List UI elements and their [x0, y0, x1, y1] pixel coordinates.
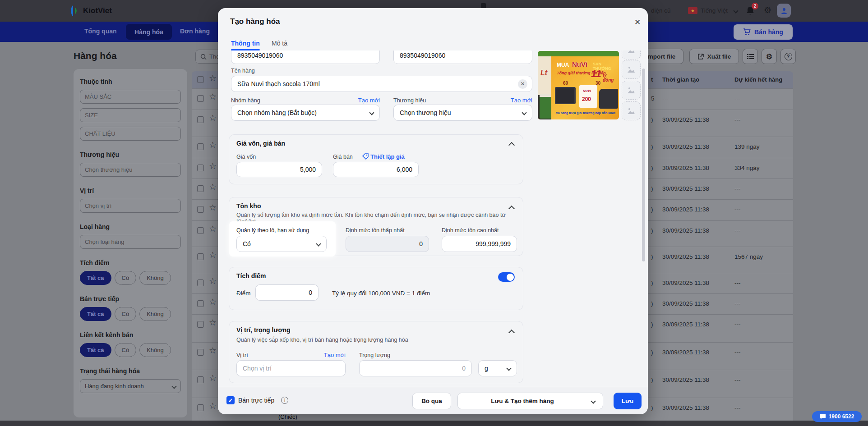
columns-icon-button[interactable]	[743, 49, 758, 64]
price-setup-link[interactable]: Thiết lập giá	[370, 153, 416, 160]
export-file-button[interactable]: Xuất file	[689, 49, 739, 64]
location-field[interactable]: Chọn vị trí	[236, 360, 346, 376]
image-placeholder-button[interactable]	[622, 81, 641, 100]
image-placeholder-button[interactable]	[622, 101, 641, 120]
row-checkbox[interactable]	[197, 95, 204, 102]
star-icon[interactable]: ☆	[209, 276, 217, 286]
support-chat-button[interactable]: 1900 6522	[812, 411, 862, 422]
tab-thong-tin[interactable]: Thông tin	[231, 40, 260, 47]
barcode-field-1[interactable]: 8935049019060	[231, 50, 380, 64]
sale-price-field[interactable]: 6,000	[333, 162, 419, 177]
points-field[interactable]: 0	[255, 284, 319, 301]
row-checkbox[interactable]	[197, 116, 204, 123]
sell-button[interactable]: Bán hàng	[734, 24, 793, 40]
info-icon[interactable]: i	[281, 397, 288, 404]
sidebar-filter-input[interactable]: Chọn vị trí	[80, 199, 181, 213]
direct-sale-checkbox[interactable]: ✓	[226, 396, 235, 404]
tab-mo-ta[interactable]: Mô tả	[272, 40, 287, 47]
min-stock-field[interactable]: 0	[346, 236, 429, 252]
row-checkbox[interactable]	[197, 404, 204, 411]
sidebar-pill[interactable]: Không	[139, 271, 171, 285]
barcode-field-2[interactable]: 8935049019060	[393, 50, 532, 64]
product-photo[interactable]: Lt MUA NuVi SĂN THƯỞNG Tổng giải thưởng …	[538, 51, 619, 119]
sidebar-pill[interactable]: Không	[139, 307, 171, 321]
gear-icon[interactable]: ⚙	[764, 5, 771, 15]
nav-tong-quan[interactable]: Tổng quan	[84, 27, 117, 35]
save-and-create-button[interactable]: Lưu & Tạo thêm hàng	[457, 393, 587, 409]
star-icon[interactable]: ☆	[209, 250, 217, 260]
nav-hang-hoa[interactable]: Hàng hóa	[126, 24, 172, 40]
star-icon[interactable]: ☆	[209, 113, 217, 123]
skip-button[interactable]: Bỏ qua	[412, 393, 451, 409]
row-checkbox[interactable]	[197, 165, 204, 171]
weight-unit-select[interactable]: g	[478, 360, 517, 376]
star-icon[interactable]: ☆	[209, 373, 217, 383]
collapse-icon[interactable]	[508, 206, 515, 212]
sidebar-filter-input[interactable]: MÀU SẮC	[80, 90, 181, 104]
group-select[interactable]: Chọn nhóm hàng (Bắt buộc)	[231, 105, 380, 121]
help-icon-button[interactable]: ?	[780, 49, 796, 64]
select-all-checkbox[interactable]	[197, 76, 204, 83]
product-name-field[interactable]: Sữa Nuvi thạch socola 170ml ✕	[231, 76, 532, 92]
nav-don-hang[interactable]: Đơn hàng	[180, 27, 210, 35]
collapse-icon[interactable]	[508, 330, 515, 336]
row-checkbox[interactable]	[197, 376, 204, 383]
sidebar-filter-input[interactable]: CHẤT LIỆU	[80, 127, 181, 141]
save-button[interactable]: Lưu	[614, 393, 642, 409]
sidebar-pill[interactable]: Tất cả	[80, 271, 111, 285]
star-icon[interactable]: ☆	[209, 224, 217, 234]
row-checkbox[interactable]	[197, 349, 204, 356]
sidebar-filter-input[interactable]: Chọn thương hiệu	[80, 163, 181, 177]
star-icon[interactable]: ☆	[209, 140, 217, 150]
close-icon[interactable]: ✕	[632, 16, 643, 28]
location-create-new-link[interactable]: Tạo mới	[300, 352, 346, 358]
avatar[interactable]	[777, 4, 791, 18]
row-checkbox[interactable]	[197, 321, 204, 328]
sidebar-filter-input[interactable]: SIZE	[80, 108, 181, 122]
sidebar-filter-input[interactable]: Chọn loại hàng	[80, 235, 181, 249]
star-icon[interactable]: ☆	[209, 73, 217, 83]
save-more-dropdown-button[interactable]	[583, 393, 603, 409]
image-placeholder-button[interactable]	[622, 60, 641, 79]
cost-price-field[interactable]: 5,000	[236, 162, 322, 177]
image-placeholder-button[interactable]	[622, 50, 641, 60]
star-icon[interactable]: ☆	[209, 297, 217, 307]
sidebar-status-select[interactable]: Hàng đang kinh doanh	[80, 379, 181, 393]
star-icon[interactable]: ☆	[209, 317, 217, 328]
row-checkbox[interactable]	[197, 253, 204, 260]
sidebar-pill[interactable]: Tất cả	[80, 343, 111, 357]
column-header[interactable]: Thời gian tạo	[662, 76, 699, 83]
star-icon[interactable]: ☆	[209, 182, 217, 192]
brand-create-new-link[interactable]: Tạo mới	[474, 97, 532, 104]
star-icon[interactable]: ☆	[209, 202, 217, 213]
row-checkbox[interactable]	[197, 143, 204, 150]
max-stock-field[interactable]: 999,999,999	[442, 236, 517, 252]
weight-field[interactable]: 0	[359, 360, 472, 376]
modal-scroll-area[interactable]: 8935049019060 8935049019060 Tên hàng Sữa…	[218, 50, 648, 387]
clear-icon[interactable]: ✕	[518, 79, 527, 89]
star-icon[interactable]: ☆	[209, 161, 217, 171]
sidebar-pill[interactable]: Có	[115, 271, 137, 285]
row-checkbox[interactable]	[197, 300, 204, 307]
sidebar-pill[interactable]: Có	[115, 307, 137, 321]
sidebar-section-label: Trạng thái hàng hóa	[80, 367, 181, 375]
row-checkbox[interactable]	[197, 185, 204, 192]
column-header[interactable]: Dự kiến hết hàng	[734, 76, 782, 83]
modal-scrollbar[interactable]	[642, 69, 645, 261]
brand-select[interactable]: Chọn thương hiệu	[393, 105, 532, 121]
settings-icon-button[interactable]: ⚙	[762, 49, 777, 64]
sidebar-pill[interactable]: Không	[139, 343, 171, 357]
row-checkbox[interactable]	[197, 227, 204, 234]
group-create-new-link[interactable]: Tạo mới	[321, 97, 380, 104]
sidebar-pill[interactable]: Có	[115, 343, 137, 357]
row-checkbox[interactable]	[197, 206, 204, 213]
collapse-icon[interactable]	[508, 142, 515, 148]
star-icon[interactable]: ☆	[209, 345, 217, 356]
points-toggle[interactable]	[498, 272, 515, 282]
sidebar-pill[interactable]: Tất cả	[80, 307, 111, 321]
star-icon[interactable]: ☆	[209, 92, 217, 102]
star-icon[interactable]: ☆	[209, 401, 217, 411]
column-header[interactable]: t	[651, 76, 653, 83]
batch-select[interactable]: Có	[236, 236, 327, 252]
row-checkbox[interactable]	[197, 279, 204, 286]
